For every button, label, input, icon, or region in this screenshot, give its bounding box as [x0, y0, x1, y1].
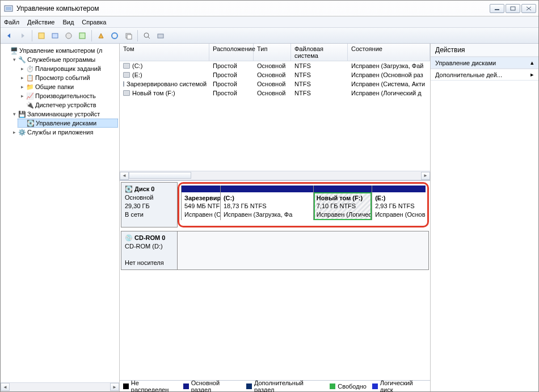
tool-icon-4[interactable] [76, 29, 89, 42]
menu-view[interactable]: Вид [62, 19, 74, 26]
svg-rect-9 [52, 33, 58, 38]
minimize-button[interactable] [490, 4, 504, 13]
partition-c[interactable]: (C:)18,73 ГБ NTFSИсправен (Загрузка, Фа [220, 186, 313, 220]
volume-row[interactable]: Новый том (F:) ПростойОсновнойNTFSИсправ… [120, 88, 430, 98]
partition-system-reserved[interactable]: Зарезервиро549 МБ NTFSИсправен (Си [181, 186, 220, 220]
toolbar [1, 28, 538, 44]
back-button[interactable] [3, 29, 15, 42]
tree-task-scheduler[interactable]: ▸⏱️Планировщик заданий [18, 64, 118, 73]
volume-row[interactable]: (C:) ПростойОсновнойNTFSИсправен (Загруз… [120, 61, 430, 70]
tree-event-viewer[interactable]: ▸📋Просмотр событий [18, 73, 118, 82]
chevron-right-icon: ▸ [530, 71, 534, 78]
window-title: Управление компьютером [16, 5, 490, 12]
menubar: Файл Действие Вид Справка [1, 16, 538, 28]
tool-icon-8[interactable] [141, 29, 153, 42]
tool-icon-6[interactable] [108, 29, 121, 42]
col-filesystem[interactable]: Файловая система [291, 44, 348, 61]
volume-icon [123, 81, 124, 87]
col-type[interactable]: Тип [254, 44, 291, 61]
volume-hscroll[interactable]: ◄► [120, 171, 430, 180]
legend-unallocated: Не распределен [123, 380, 178, 393]
collapse-icon: ▴ [530, 59, 534, 66]
tool-icon-7[interactable] [122, 29, 134, 42]
svg-line-16 [148, 37, 150, 39]
cdrom-0-body [178, 231, 429, 270]
volume-header[interactable]: Том Расположение Тип Файловая система Со… [120, 44, 430, 61]
svg-rect-17 [158, 34, 163, 38]
svg-rect-1 [6, 7, 11, 10]
legend-extended: Дополнительный раздел [246, 380, 324, 393]
tool-icon-5[interactable] [95, 29, 107, 42]
tree-disk-management[interactable]: 💽Управление дисками [18, 119, 118, 128]
svg-rect-3 [511, 7, 515, 10]
tool-icon-9[interactable] [154, 29, 167, 42]
disk-0-partitions: Зарезервиро549 МБ NTFSИсправен (Си (C:)1… [178, 182, 429, 227]
volume-icon [123, 90, 130, 96]
legend: Не распределен Основной раздел Дополните… [120, 380, 430, 391]
legend-logical: Логический диск [372, 380, 427, 393]
svg-rect-11 [79, 33, 85, 39]
volume-icon [123, 63, 130, 69]
console-tree[interactable]: 🖥️Управление компьютером (л ▾🔧Служебные … [1, 44, 119, 139]
maximize-button[interactable] [506, 4, 520, 13]
svg-rect-14 [127, 35, 132, 39]
forward-button[interactable] [16, 29, 29, 42]
legend-primary: Основной раздел [183, 380, 241, 393]
tree-shared-folders[interactable]: ▸📁Общие папки [18, 82, 118, 91]
partition-f-selected[interactable]: Новый том (F:)7,10 ГБ NTFSИсправен (Логи… [313, 186, 372, 220]
svg-point-12 [112, 33, 117, 39]
center-pane: Том Расположение Тип Файловая система Со… [120, 44, 431, 391]
volume-list: Том Расположение Тип Файловая система Со… [120, 44, 430, 180]
tree-storage[interactable]: ▾💾Запоминающие устройст [10, 109, 118, 119]
svg-rect-8 [39, 33, 44, 39]
actions-more[interactable]: Дополнительные дей... ▸ [431, 69, 538, 81]
window-root: Управление компьютером Файл Действие Вид… [0, 0, 539, 392]
app-icon [4, 4, 13, 13]
tree-services-apps[interactable]: ▸⚙️Службы и приложения [10, 128, 118, 137]
disk-0-label[interactable]: 💽 Диск 0 Основной 29,30 ГБ В сети [121, 182, 178, 227]
tree-pane: 🖥️Управление компьютером (л ▾🔧Служебные … [1, 44, 120, 391]
cdrom-0-label[interactable]: 💿 CD-ROM 0 CD-ROM (D:) Нет носителя [121, 231, 178, 270]
tree-performance[interactable]: ▸📈Производительность [18, 91, 118, 100]
tool-icon-3[interactable] [62, 29, 75, 42]
svg-point-10 [66, 33, 71, 39]
tree-system-tools[interactable]: ▾🔧Служебные программы [10, 55, 118, 64]
tool-icon-2[interactable] [49, 29, 61, 42]
disk-graphical-view: 💽 Диск 0 Основной 29,30 ГБ В сети Зарезе… [120, 180, 430, 391]
svg-marker-7 [22, 33, 24, 38]
actions-header: Действия [431, 44, 538, 57]
svg-marker-6 [7, 33, 10, 38]
menu-file[interactable]: Файл [4, 19, 19, 26]
cdrom-0-row: 💿 CD-ROM 0 CD-ROM (D:) Нет носителя [121, 231, 429, 270]
close-button[interactable] [521, 4, 536, 13]
tree-device-manager[interactable]: 🔌Диспетчер устройств [18, 100, 118, 109]
actions-pane: Действия Управление дисками ▴ Дополнител… [431, 44, 538, 391]
cdrom-icon: 💿 [125, 234, 133, 241]
menu-action[interactable]: Действие [27, 19, 54, 26]
col-layout[interactable]: Расположение [209, 44, 254, 61]
svg-point-15 [144, 33, 149, 37]
disk-icon: 💽 [125, 186, 133, 192]
volume-row[interactable]: Зарезервировано системой ПростойОсновной… [120, 79, 430, 88]
tree-hscroll[interactable]: ◄► [1, 382, 119, 391]
partition-e[interactable]: (E:)2,93 ГБ NTFSИсправен (Основн [372, 186, 426, 220]
volume-row[interactable]: (E:) ПростойОсновнойNTFSИсправен (Основн… [120, 70, 430, 79]
menu-help[interactable]: Справка [82, 19, 106, 26]
actions-disk-management[interactable]: Управление дисками ▴ [431, 57, 538, 69]
disk-0-row: 💽 Диск 0 Основной 29,30 ГБ В сети Зарезе… [121, 182, 429, 227]
volume-icon [123, 72, 130, 78]
col-volume[interactable]: Том [120, 44, 209, 61]
legend-free: Свободно [330, 383, 367, 390]
tree-root[interactable]: 🖥️Управление компьютером (л [2, 46, 118, 55]
tool-icon-1[interactable] [35, 29, 48, 42]
titlebar: Управление компьютером [1, 1, 538, 16]
col-status[interactable]: Состояние [348, 44, 430, 61]
